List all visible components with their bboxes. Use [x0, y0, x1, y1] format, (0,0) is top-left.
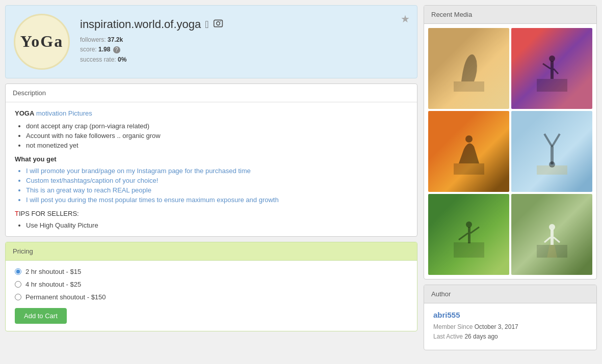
media-thumb-6[interactable] — [511, 194, 592, 275]
svg-point-2 — [216, 21, 220, 25]
pricing-radio-2[interactable] — [15, 281, 21, 288]
score-value: 1.98 — [98, 46, 110, 53]
pricing-label-3[interactable]: Permanent shoutout - $150 — [25, 293, 106, 301]
svg-rect-6 — [551, 61, 554, 79]
list-item: This is an great way to reach REAL peopl… — [26, 186, 408, 194]
description-list: dont accept any crap (porn-viagra relate… — [15, 122, 408, 149]
svg-point-3 — [220, 21, 221, 22]
media-thumb-1[interactable] — [428, 28, 509, 109]
pricing-card: Pricing 2 hr shoutout - $15 4 hr shoutou… — [5, 242, 417, 331]
svg-rect-4 — [454, 81, 484, 92]
description-title: YOGA motivation Pictures — [15, 109, 408, 117]
author-member-since-date: October 3, 2017 — [475, 323, 518, 330]
description-header: Description — [6, 84, 417, 102]
profile-card: YoGa inspiration.world.of.yoga  fol — [5, 5, 417, 78]
svg-point-9 — [465, 135, 473, 143]
svg-rect-1 — [214, 20, 222, 26]
list-item: Use High Quality Picture — [26, 221, 408, 229]
tips-header: TIPS FOR SELLERS: — [15, 210, 408, 217]
recent-media-card: Recent Media — [424, 5, 597, 279]
profile-username: inspiration.world.of.yoga — [80, 18, 201, 31]
what-you-get-list: I will promote your brand/page on my Ins… — [15, 167, 408, 204]
pricing-option-1[interactable]: 2 hr shoutout - $15 — [15, 268, 408, 275]
author-header: Author — [424, 285, 596, 303]
pricing-label-2[interactable]: 4 hr shoutout - $25 — [25, 281, 81, 288]
list-item: not monetized yet — [26, 142, 408, 149]
pricing-radio-3[interactable] — [15, 294, 21, 300]
pricing-option-3[interactable]: Permanent shoutout - $150 — [15, 293, 408, 301]
tips-list: Use High Quality Picture — [15, 221, 408, 229]
svg-point-18 — [549, 224, 555, 230]
list-item: Account with no fake followers .. organi… — [26, 132, 408, 139]
success-stat: success rate: 0% — [80, 56, 409, 63]
score-help-icon[interactable]: ? — [113, 46, 120, 53]
svg-point-15 — [466, 221, 472, 228]
author-body: abri555 Member Since October 3, 2017 Las… — [424, 303, 596, 350]
followers-value: 37.2k — [108, 36, 123, 43]
desc-motivation: motivation Pictures — [36, 109, 92, 117]
svg-rect-5 — [537, 79, 567, 92]
score-stat: score: 1.98 ? — [80, 46, 409, 53]
pricing-body: 2 hr shoutout - $15 4 hr shoutout - $25 … — [6, 261, 417, 331]
favorite-star-icon[interactable]: ★ — [401, 13, 410, 25]
author-last-active-value: 26 days ago — [464, 333, 498, 340]
add-to-cart-button[interactable]: Add to Cart — [15, 308, 67, 324]
success-label: success rate: — [80, 56, 116, 63]
svg-rect-8 — [454, 163, 484, 175]
svg-point-7 — [549, 55, 555, 62]
what-you-get-header: What you get — [15, 155, 408, 163]
svg-rect-13 — [454, 242, 484, 258]
pricing-option-2[interactable]: 4 hr shoutout - $25 — [15, 281, 408, 288]
svg-text:YoGa: YoGa — [20, 32, 63, 50]
author-card: Author abri555 Member Since October 3, 2… — [424, 285, 597, 350]
pricing-header: Pricing — [6, 242, 417, 261]
pricing-label-1[interactable]: 2 hr shoutout - $15 — [25, 268, 81, 275]
instagram-camera-icon — [213, 18, 223, 31]
desc-yoga: YOGA — [15, 109, 34, 117]
score-label: score: — [80, 46, 97, 53]
list-item: dont accept any crap (porn-viagra relate… — [26, 122, 408, 130]
description-card: Description YOGA motivation Pictures don… — [5, 83, 417, 237]
media-thumb-5[interactable] — [428, 194, 509, 275]
instagram-icon:  — [205, 19, 208, 31]
description-body: YOGA motivation Pictures dont accept any… — [6, 102, 417, 236]
list-item: I will promote your brand/page on my Ins… — [26, 167, 408, 175]
list-item: Custom text/hashtags/caption of your cho… — [26, 177, 408, 184]
avatar: YoGa — [14, 14, 70, 70]
recent-media-header: Recent Media — [424, 6, 596, 24]
profile-title: inspiration.world.of.yoga  — [80, 18, 409, 31]
media-thumb-3[interactable] — [428, 111, 509, 192]
media-thumb-2[interactable] — [511, 28, 592, 109]
success-value: 0% — [118, 56, 126, 63]
profile-info: inspiration.world.of.yoga  followers: 3… — [80, 18, 409, 66]
list-item: I will post you during the most popular … — [26, 196, 408, 204]
svg-rect-14 — [468, 227, 470, 243]
author-last-active: Last Active 26 days ago — [433, 333, 587, 340]
followers-label: followers: — [80, 36, 106, 43]
svg-rect-12 — [551, 147, 554, 164]
media-grid — [424, 24, 596, 279]
followers-stat: followers: 37.2k — [80, 36, 409, 43]
avatar-text: YoGa — [19, 27, 65, 57]
svg-rect-17 — [551, 230, 554, 245]
pricing-radio-1[interactable] — [15, 268, 21, 275]
author-member-since: Member Since October 3, 2017 — [433, 323, 587, 330]
media-thumb-4[interactable] — [511, 111, 592, 192]
author-name[interactable]: abri555 — [433, 311, 587, 319]
